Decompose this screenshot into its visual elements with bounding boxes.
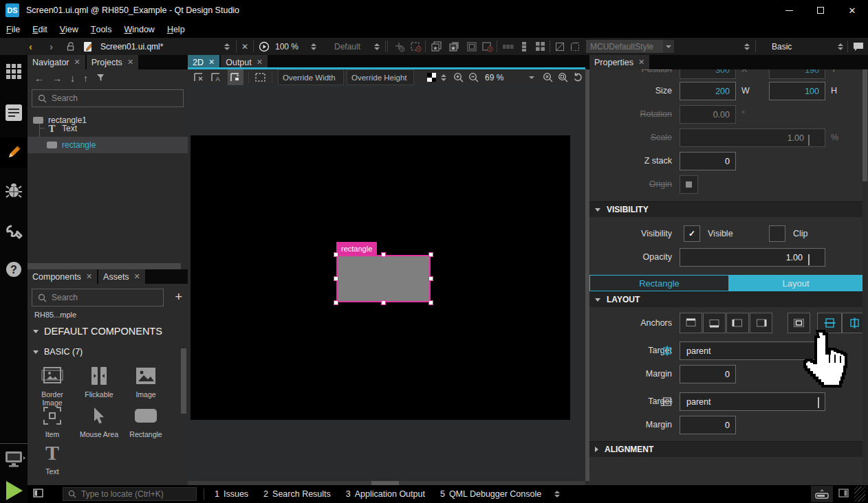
tree-item-rectangle-selected[interactable]: rectangle (28, 137, 188, 153)
override-height-input[interactable]: Override Height (347, 69, 414, 85)
no-border-icon[interactable] (554, 38, 565, 55)
position-y-input[interactable]: 190 (769, 69, 825, 79)
tab-assets[interactable]: Assets ✕ (98, 269, 145, 284)
snapping-icon[interactable] (228, 69, 243, 85)
scale-input[interactable]: 1.00 (680, 128, 825, 147)
no-snapping-icon[interactable] (193, 69, 205, 85)
run-preview-icon[interactable] (259, 38, 270, 55)
menu-window[interactable]: Window (118, 21, 160, 38)
tree-item-text[interactable]: T Text (28, 120, 188, 137)
position-x-input[interactable]: 300 (680, 69, 736, 79)
clip-checkbox[interactable] (769, 225, 785, 242)
help-mode-icon[interactable]: ? (0, 258, 28, 280)
back-button[interactable]: ‹ (29, 38, 32, 55)
preview-zoom-value[interactable]: 100 % (275, 38, 299, 55)
maximize-button[interactable] (805, 0, 836, 21)
opacity-dropdown-icon[interactable] (808, 254, 810, 264)
resize-handle-nw[interactable] (334, 252, 338, 257)
tab-projects-close-icon[interactable]: ✕ (127, 58, 133, 67)
tab-properties[interactable]: Properties ✕ (589, 55, 649, 69)
style-selector-arrow[interactable] (663, 40, 674, 53)
rounded-corner-icon[interactable] (569, 38, 581, 55)
section-basic[interactable]: BASIC (7) (28, 347, 188, 357)
tab-properties-close-icon[interactable]: ✕ (638, 58, 644, 67)
remove-component-icon[interactable] (481, 38, 493, 55)
preview-zoom-spinner[interactable] (311, 38, 316, 55)
debug-mode-icon[interactable] (0, 180, 28, 202)
menu-file[interactable]: File (0, 21, 26, 38)
menu-help[interactable]: Help (161, 21, 191, 38)
welcome-mode-icon[interactable] (0, 60, 28, 82)
document-spinner[interactable] (224, 38, 230, 55)
resize-handle-w[interactable] (334, 276, 338, 281)
close-button[interactable]: ✕ (836, 0, 868, 21)
column-layout-icon[interactable] (520, 38, 528, 55)
run-button[interactable] (3, 479, 25, 503)
resize-handle-e[interactable] (428, 276, 433, 281)
tab-layout-properties[interactable]: Layout (728, 275, 863, 291)
edit-document-icon[interactable] (83, 38, 94, 55)
snap-anchors-icon[interactable]: A (210, 69, 222, 85)
anchor-top-button[interactable] (680, 313, 702, 333)
section-visibility[interactable]: VISIBILITY (589, 201, 863, 217)
tab-output-close-icon[interactable]: ✕ (257, 58, 263, 67)
anchor-target-select[interactable]: parent (680, 342, 825, 360)
state-spinner[interactable] (374, 38, 380, 55)
scale-dropdown-icon[interactable] (808, 135, 810, 144)
anchor-horizontal-center-button[interactable] (842, 313, 863, 333)
size-width-input[interactable]: 200 (680, 82, 736, 100)
kit-spinner[interactable] (838, 38, 843, 55)
edit-mode-icon[interactable] (0, 102, 28, 124)
current-document-label[interactable]: Screen01.ui.qml* (100, 38, 163, 55)
anchor-bottom-button[interactable] (703, 313, 726, 333)
create-component-icon[interactable] (431, 38, 443, 55)
properties-vscrollbar[interactable] (862, 69, 867, 485)
component-text[interactable]: T Text (32, 441, 72, 476)
anchor-right-button[interactable] (750, 313, 772, 333)
anchor-left-button[interactable] (726, 313, 749, 333)
kit-target-icon[interactable] (3, 447, 26, 473)
minimize-button[interactable] (773, 0, 805, 21)
margin-input[interactable]: 0 (680, 416, 736, 434)
locator-input[interactable]: Type to locate (Ctrl+K) (63, 487, 197, 501)
build-progress-icon[interactable] (811, 486, 833, 502)
component-flickable[interactable]: Flickable (79, 364, 119, 399)
anchor-target-select[interactable]: parent (680, 392, 825, 411)
sidebar-toggle-icon[interactable] (33, 489, 43, 500)
canvas-color-icon[interactable] (427, 69, 436, 85)
tab-2d-close-icon[interactable]: ✕ (208, 58, 215, 67)
add-module-button[interactable]: + (175, 290, 182, 304)
canvas-zoom-dropdown-icon[interactable] (529, 69, 534, 85)
reset-view-icon[interactable] (573, 69, 583, 85)
move-to-component-icon[interactable] (393, 38, 405, 55)
output-panel-toggle-icon[interactable] (838, 489, 849, 500)
component-rectangle[interactable]: Rectangle (126, 404, 166, 438)
edit-component-icon[interactable] (466, 38, 477, 55)
qml-screen-root[interactable]: rectangle (191, 135, 570, 420)
navigator-hscrollbar[interactable] (28, 263, 181, 269)
show-bounds-icon[interactable] (254, 69, 266, 85)
move-up-icon[interactable]: ↑ (83, 73, 88, 84)
panes-spinner[interactable] (554, 491, 560, 498)
section-alignment[interactable]: ALIGNMENT (589, 441, 863, 457)
pane-search-results[interactable]: 2 Search Results (256, 489, 338, 499)
anchor-vertical-center-button[interactable] (817, 313, 842, 333)
delete-selection-icon[interactable] (410, 38, 422, 55)
pane-qml-debugger-console[interactable]: 5 QML Debugger Console (433, 489, 549, 499)
rotation-input[interactable]: 0.00 (680, 105, 736, 124)
components-search-input[interactable]: Search (32, 289, 164, 306)
pane-issues[interactable]: 1 Issues (207, 489, 256, 499)
tab-components-close-icon[interactable]: ✕ (86, 272, 92, 281)
forward-button[interactable]: › (50, 38, 53, 55)
projects-mode-icon[interactable] (0, 221, 28, 243)
tab-navigator[interactable]: Navigator ✕ (28, 55, 85, 69)
components-vscrollbar[interactable] (181, 348, 186, 414)
state-selector[interactable]: Default (334, 38, 360, 55)
move-left-icon[interactable]: ← (34, 73, 44, 84)
pane-application-output[interactable]: 3 Application Output (338, 489, 433, 499)
component-item[interactable]: Item (32, 404, 72, 438)
zoom-selection-icon[interactable] (543, 69, 554, 85)
move-down-icon[interactable]: ↓ (70, 73, 75, 84)
resize-handle-s[interactable] (381, 300, 386, 305)
selected-rectangle[interactable] (336, 255, 431, 302)
